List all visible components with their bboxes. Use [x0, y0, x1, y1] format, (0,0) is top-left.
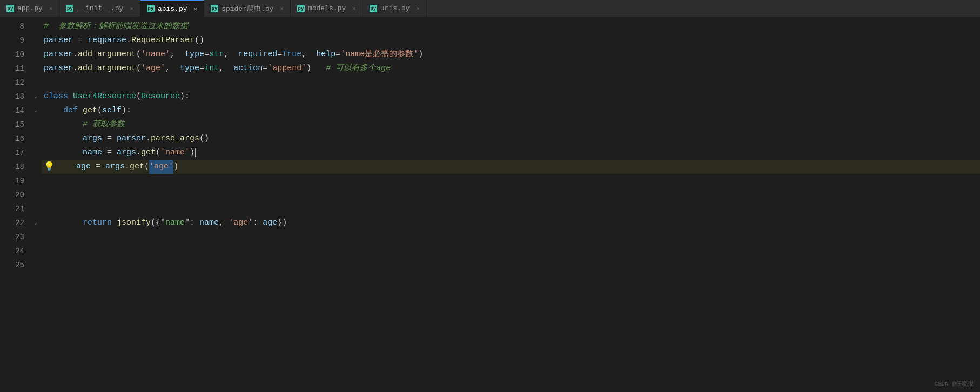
tab-spider[interactable]: py spider爬虫.py ✕: [204, 0, 291, 17]
code-line-9: parser = reqparse.RequestParser(): [42, 33, 980, 48]
code-line-13: class User4Resource(Resource):: [42, 90, 980, 104]
tab-close-apis[interactable]: ✕: [194, 5, 198, 12]
line-numbers: 8 9 10 11 12 13 14 15 16 17 18 19 20 21 …: [0, 17, 30, 392]
tab-close-init[interactable]: ✕: [130, 5, 133, 12]
tab-models[interactable]: py models.py ✕: [291, 0, 363, 17]
tab-label-init: __init__.py: [77, 4, 123, 12]
code-line-15: # 获取参数: [42, 118, 980, 132]
tab-label-uris: uris.py: [380, 4, 410, 12]
tab-icon-spider: py: [211, 5, 218, 12]
tab-icon-apis: py: [147, 5, 155, 12]
code-line-25: [42, 258, 980, 272]
tab-uris[interactable]: py uris.py ✕: [363, 0, 427, 17]
tab-label-app: app.py: [17, 4, 43, 12]
tab-icon-init: py: [66, 5, 73, 12]
code-line-22: return jsonify({"name": name, 'age': age…: [42, 216, 980, 230]
tab-label-models: models.py: [308, 4, 346, 12]
fold-icon-14[interactable]: ⌄: [34, 104, 37, 118]
code-line-20: [42, 188, 980, 202]
tab-close-uris[interactable]: ✕: [416, 5, 420, 12]
comment-line8: # 参数解析：解析前端发送过来的数据: [44, 19, 188, 33]
tab-icon-app: py: [6, 5, 14, 12]
tab-apis[interactable]: py apis.py ✕: [140, 0, 204, 17]
editor-area: 8 9 10 11 12 13 14 15 16 17 18 19 20 21 …: [0, 17, 980, 392]
tab-label-spider: spider爬虫.py: [221, 4, 273, 13]
tab-close-app[interactable]: ✕: [49, 5, 53, 12]
lightbulb-icon[interactable]: 💡: [44, 160, 55, 174]
code-content[interactable]: # 参数解析：解析前端发送过来的数据 parser = reqparse.Req…: [42, 17, 980, 392]
code-line-17: name = args.get('name'): [42, 146, 980, 160]
code-line-21: [42, 202, 980, 216]
tab-icon-uris: py: [370, 5, 377, 12]
tab-close-models[interactable]: ✕: [352, 5, 356, 12]
code-line-18: 💡 age = args.get('age'): [42, 160, 980, 174]
tab-icon-models: py: [297, 5, 305, 12]
tab-app[interactable]: py app.py ✕: [0, 0, 59, 17]
code-line-14: def get(self):: [42, 104, 980, 118]
tab-label-apis: apis.py: [158, 5, 187, 13]
code-line-12: [42, 76, 980, 90]
tab-bar: py app.py ✕ py __init__.py ✕ py apis.py …: [0, 0, 980, 17]
code-line-11: parser.add_argument('age', type=int, act…: [42, 62, 980, 76]
fold-icon-22[interactable]: ⌄: [34, 216, 37, 230]
tab-close-spider[interactable]: ✕: [280, 5, 284, 12]
code-line-24: [42, 244, 980, 258]
code-line-19: [42, 174, 980, 188]
code-line-16: args = parser.parse_args(): [42, 132, 980, 146]
watermark: CSDN @任晓报: [934, 380, 974, 388]
code-line-8: # 参数解析：解析前端发送过来的数据: [42, 19, 980, 33]
code-line-10: parser.add_argument('name', type=str, re…: [42, 48, 980, 62]
gutter: ⌄ ⌄ ⌄: [30, 17, 42, 392]
tab-init[interactable]: py __init__.py ✕: [59, 0, 140, 17]
fold-icon-13[interactable]: ⌄: [34, 90, 37, 104]
text-cursor: [195, 148, 196, 157]
code-line-23: [42, 230, 980, 244]
